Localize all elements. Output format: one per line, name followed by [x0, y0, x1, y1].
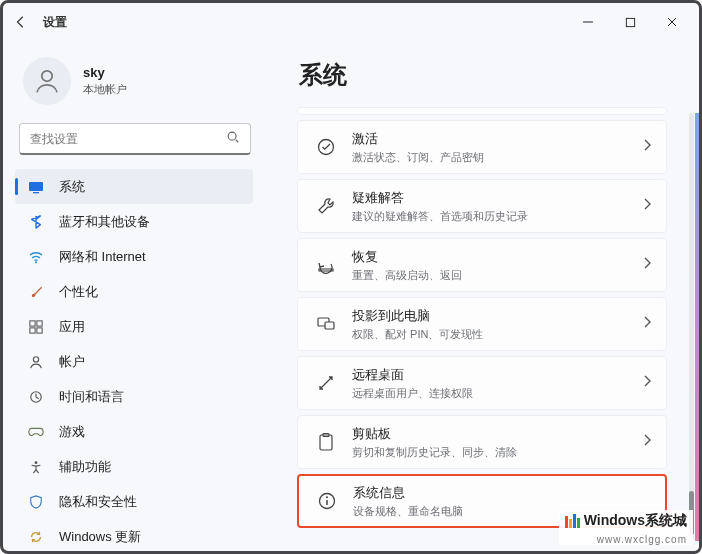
chevron-right-icon [642, 197, 652, 215]
card-title: 疑难解答 [352, 189, 642, 207]
card-project[interactable]: 投影到此电脑 权限、配对 PIN、可发现性 [297, 297, 667, 351]
nav-label: 个性化 [59, 283, 98, 301]
search-box[interactable] [19, 123, 251, 155]
nav-item-network[interactable]: 网络和 Internet [15, 239, 253, 274]
nav-item-personalize[interactable]: 个性化 [15, 274, 253, 309]
person-icon [25, 355, 47, 369]
nav-item-update[interactable]: Windows 更新 [15, 519, 253, 551]
svg-rect-7 [37, 320, 42, 325]
search-wrap [11, 123, 261, 169]
close-button[interactable] [663, 13, 681, 31]
update-icon [25, 530, 47, 544]
settings-window: 设置 sky 本地帐户 [0, 0, 702, 554]
clipboard-icon [312, 432, 340, 452]
card-text: 恢复 重置、高级启动、返回 [340, 248, 642, 283]
watermark-text: Windows系统城 [584, 512, 687, 530]
brush-icon [25, 284, 47, 299]
card-activation[interactable]: 激活 激活状态、订阅、产品密钥 [297, 120, 667, 174]
svg-point-12 [35, 461, 38, 464]
chevron-right-icon [642, 374, 652, 392]
user-text: sky 本地帐户 [83, 65, 127, 97]
nav-label: 帐户 [59, 353, 85, 371]
avatar [23, 57, 71, 105]
card-text: 疑难解答 建议的疑难解答、首选项和历史记录 [340, 189, 642, 224]
nav-label: 应用 [59, 318, 85, 336]
cards-list: 激活 激活状态、订阅、产品密钥 疑难解答 建议的疑难解答、首选项和历史记录 [297, 107, 691, 528]
card-title: 恢复 [352, 248, 642, 266]
card-title: 激活 [352, 130, 642, 148]
apps-icon [25, 320, 47, 334]
titlebar: 设置 [3, 3, 699, 41]
svg-rect-9 [37, 327, 42, 332]
watermark: Windows系统城 www.wxclgg.com [559, 510, 693, 545]
info-icon [313, 491, 341, 511]
sidebar: sky 本地帐户 系统 蓝牙和其他设 [3, 41, 261, 551]
watermark-url: www.wxclgg.com [597, 534, 687, 545]
user-name: sky [83, 65, 127, 80]
maximize-button[interactable] [621, 13, 639, 31]
chevron-right-icon [642, 138, 652, 156]
recovery-icon [312, 255, 340, 275]
accessibility-icon [25, 460, 47, 474]
nav-item-time[interactable]: 时间和语言 [15, 379, 253, 414]
nav-label: 蓝牙和其他设备 [59, 213, 150, 231]
card-text: 投影到此电脑 权限、配对 PIN、可发现性 [340, 307, 642, 342]
project-icon [312, 314, 340, 334]
card-sub: 重置、高级启动、返回 [352, 268, 642, 283]
bluetooth-icon [25, 215, 47, 229]
card-title: 远程桌面 [352, 366, 642, 384]
svg-point-13 [319, 140, 334, 155]
card-recovery[interactable]: 恢复 重置、高级启动、返回 [297, 238, 667, 292]
nav-item-system[interactable]: 系统 [15, 169, 253, 204]
wrench-icon [312, 196, 340, 216]
window-body: sky 本地帐户 系统 蓝牙和其他设 [3, 41, 699, 551]
svg-rect-3 [29, 182, 43, 191]
svg-point-10 [33, 356, 38, 361]
scrollbar-track[interactable] [689, 113, 694, 541]
nav-item-access[interactable]: 辅助功能 [15, 449, 253, 484]
card-title: 系统信息 [353, 484, 651, 502]
user-account-type: 本地帐户 [83, 82, 127, 97]
svg-rect-8 [30, 327, 35, 332]
user-block[interactable]: sky 本地帐户 [11, 47, 261, 123]
svg-rect-17 [320, 435, 332, 450]
svg-rect-0 [626, 18, 634, 26]
card-troubleshoot[interactable]: 疑难解答 建议的疑难解答、首选项和历史记录 [297, 179, 667, 233]
chevron-right-icon [642, 256, 652, 274]
card-text: 剪贴板 剪切和复制历史记录、同步、清除 [340, 425, 642, 460]
svg-rect-6 [30, 320, 35, 325]
search-input[interactable] [30, 132, 226, 146]
card-sub: 建议的疑难解答、首选项和历史记录 [352, 209, 642, 224]
card-sub: 剪切和复制历史记录、同步、清除 [352, 445, 642, 460]
nav-item-accounts[interactable]: 帐户 [15, 344, 253, 379]
svg-rect-4 [33, 192, 39, 193]
chevron-right-icon [642, 433, 652, 451]
main-panel: 系统 激活 激活状态、订阅、产品密钥 疑难解答 建议的疑难解答、首选项和历史记录 [261, 41, 699, 551]
check-circle-icon [312, 137, 340, 157]
nav-label: 时间和语言 [59, 388, 124, 406]
card-sub: 权限、配对 PIN、可发现性 [352, 327, 642, 342]
card-spacer [297, 107, 667, 115]
back-button[interactable] [11, 12, 31, 32]
close-icon [666, 16, 678, 28]
nav-label: 隐私和安全性 [59, 493, 137, 511]
nav-item-bluetooth[interactable]: 蓝牙和其他设备 [15, 204, 253, 239]
minimize-button[interactable] [579, 13, 597, 31]
card-clipboard[interactable]: 剪贴板 剪切和复制历史记录、同步、清除 [297, 415, 667, 469]
svg-point-20 [326, 496, 328, 498]
shield-icon [25, 495, 47, 509]
nav-item-gaming[interactable]: 游戏 [15, 414, 253, 449]
gamepad-icon [25, 425, 47, 439]
svg-rect-16 [325, 322, 334, 329]
nav-label: 系统 [59, 178, 85, 196]
user-icon [32, 66, 62, 96]
remote-icon [312, 374, 340, 392]
nav-item-privacy[interactable]: 隐私和安全性 [15, 484, 253, 519]
nav-label: 游戏 [59, 423, 85, 441]
card-text: 远程桌面 远程桌面用户、连接权限 [340, 366, 642, 401]
nav-label: 辅助功能 [59, 458, 111, 476]
clock-icon [25, 390, 47, 404]
nav-item-apps[interactable]: 应用 [15, 309, 253, 344]
card-remote[interactable]: 远程桌面 远程桌面用户、连接权限 [297, 356, 667, 410]
card-title: 投影到此电脑 [352, 307, 642, 325]
